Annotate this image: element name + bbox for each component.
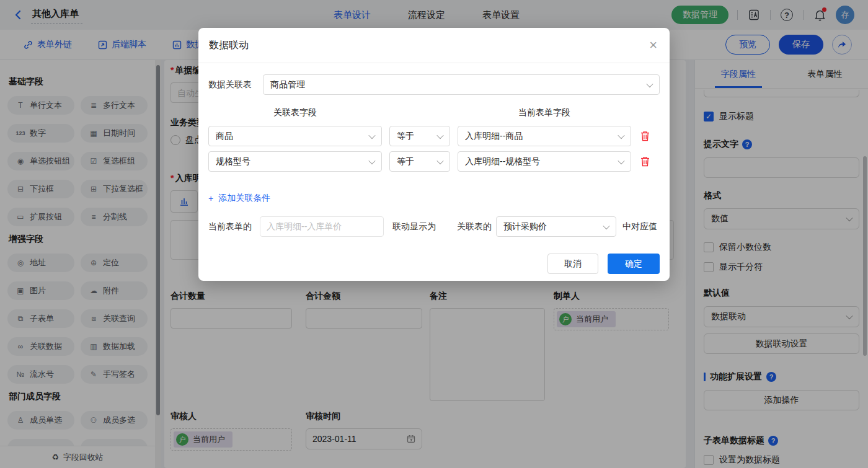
chevron-down-icon	[368, 131, 375, 138]
display-as-label: 联动显示为	[392, 221, 436, 232]
relation-field-select[interactable]: 商品	[208, 126, 382, 146]
mapping-suffix-label: 中对应值	[622, 221, 657, 232]
current-form-label: 当前表单的	[208, 221, 252, 232]
relation-table-of-label: 关联表的	[457, 221, 492, 232]
relation-field-select[interactable]: 规格型号	[208, 151, 382, 172]
delete-condition-icon[interactable]	[639, 130, 651, 143]
col-header-relation-field: 关联表字段	[208, 107, 382, 118]
chevron-down-icon	[603, 222, 609, 229]
current-field-select[interactable]: 入库明细--规格型号	[458, 151, 631, 172]
condition-row: 规格型号 等于 入库明细--规格型号	[208, 151, 660, 172]
data-linkage-modal: 数据联动 × 数据关联表 商品管理 关联表字段 当前表单字段 商品 等于 入库明…	[198, 28, 670, 281]
relation-table-label: 数据关联表	[208, 79, 252, 91]
chevron-down-icon	[646, 80, 653, 87]
chevron-down-icon	[436, 157, 443, 164]
chevron-down-icon	[618, 157, 624, 164]
operator-select[interactable]: 等于	[389, 126, 450, 146]
condition-row: 商品 等于 入库明细--商品	[208, 126, 660, 146]
close-icon[interactable]: ×	[649, 38, 657, 52]
confirm-button[interactable]: 确定	[608, 254, 660, 274]
operator-select[interactable]: 等于	[389, 151, 450, 172]
current-field-input	[260, 216, 384, 237]
add-condition-link[interactable]: + 添加关联条件	[208, 193, 270, 204]
chevron-down-icon	[436, 131, 443, 138]
mapping-row: 当前表单的 联动显示为 关联表的 预计采购价 中对应值	[208, 216, 660, 237]
col-header-current-field: 当前表单字段	[458, 107, 631, 118]
condition-headers: 关联表字段 当前表单字段	[208, 107, 660, 118]
cancel-button[interactable]: 取消	[547, 254, 598, 274]
relation-value-field-select[interactable]: 预计采购价	[496, 216, 616, 237]
plus-icon: +	[208, 193, 213, 203]
relation-table-select[interactable]: 商品管理	[263, 74, 660, 95]
chevron-down-icon	[618, 131, 624, 138]
delete-condition-icon[interactable]	[639, 156, 651, 168]
relation-table-row: 数据关联表 商品管理	[208, 74, 660, 95]
modal-title: 数据联动	[209, 39, 249, 52]
chevron-down-icon	[368, 157, 375, 164]
current-field-select[interactable]: 入库明细--商品	[458, 126, 631, 146]
